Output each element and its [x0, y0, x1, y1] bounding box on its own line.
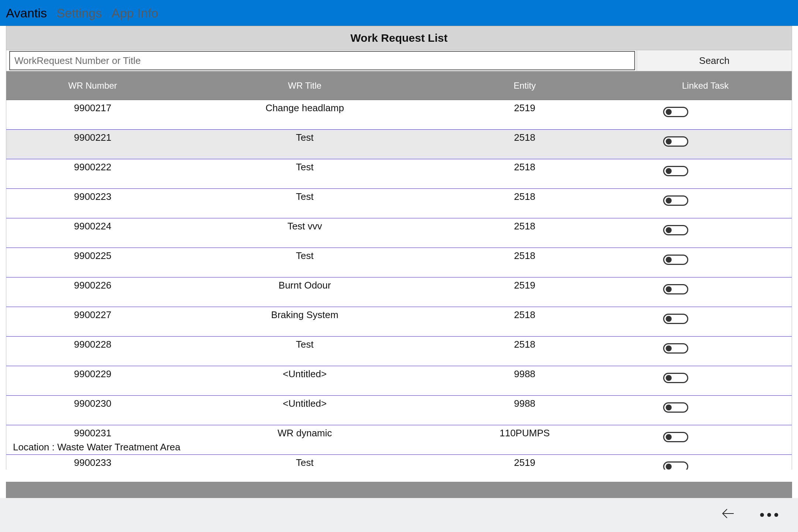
cell-entity: 9988	[430, 398, 619, 409]
cell-linked-task	[619, 250, 792, 265]
table-row[interactable]: 9900224Test vvv2518	[6, 218, 792, 248]
cell-linked-task	[619, 368, 792, 383]
cell-wr-title: Burnt Odour	[179, 280, 430, 291]
cell-wr-title: Test	[179, 191, 430, 202]
cell-wr-number: 9900225	[6, 250, 179, 262]
table-row[interactable]: 9900226Burnt Odour2519	[6, 277, 792, 307]
col-header-entity: Entity	[430, 81, 619, 91]
cell-entity: 2518	[430, 221, 619, 232]
cell-wr-number: 9900221	[6, 132, 179, 143]
col-header-wr-title: WR Title	[179, 81, 430, 91]
cell-wr-number: 9900231	[6, 427, 179, 439]
cell-wr-title: Test	[179, 250, 430, 262]
cell-linked-task	[619, 161, 792, 176]
cell-wr-number: 9900217	[6, 102, 179, 114]
linked-task-toggle[interactable]	[663, 225, 688, 235]
cell-wr-title: Test	[179, 132, 430, 143]
search-input[interactable]	[9, 51, 635, 70]
cell-entity: 110PUMPS	[430, 427, 619, 439]
table-row[interactable]: 9900227Braking System2518	[6, 307, 792, 337]
linked-task-toggle[interactable]	[663, 136, 688, 147]
table-row[interactable]: 9900230<Untitled>9988	[6, 396, 792, 425]
linked-task-toggle[interactable]	[663, 107, 688, 117]
row-subtext: Location : Waste Water Treatment Area	[13, 441, 180, 453]
cell-entity: 2519	[430, 280, 619, 291]
cell-linked-task	[619, 309, 792, 324]
cell-linked-task	[619, 102, 792, 117]
cell-entity: 2519	[430, 102, 619, 114]
cell-wr-title: <Untitled>	[179, 398, 430, 409]
cell-entity: 2518	[430, 309, 619, 321]
linked-task-toggle[interactable]	[663, 461, 688, 470]
linked-task-toggle[interactable]	[663, 284, 688, 294]
cell-wr-number: 9900223	[6, 191, 179, 202]
cell-linked-task	[619, 191, 792, 206]
cell-wr-number: 9900228	[6, 339, 179, 350]
cell-wr-number: 9900229	[6, 368, 179, 380]
linked-task-toggle[interactable]	[663, 255, 688, 265]
table-row[interactable]: 9900225Test2518	[6, 248, 792, 277]
cell-wr-title: Change headlamp	[179, 102, 430, 114]
table-row[interactable]: 9900221Test2518	[6, 130, 792, 159]
cell-wr-title: Test	[179, 339, 430, 350]
cell-wr-title: Test	[179, 457, 430, 468]
page-title: Work Request List	[6, 26, 792, 50]
cell-wr-number: 9900227	[6, 309, 179, 321]
search-button[interactable]: Search	[637, 50, 792, 71]
cell-linked-task	[619, 398, 792, 413]
linked-task-toggle[interactable]	[663, 195, 688, 206]
cell-wr-number: 9900226	[6, 280, 179, 291]
cell-wr-number: 9900224	[6, 221, 179, 232]
cell-entity: 2518	[430, 191, 619, 202]
cell-wr-title: Braking System	[179, 309, 430, 321]
col-header-wr-number: WR Number	[6, 81, 179, 91]
linked-task-toggle[interactable]	[663, 373, 688, 383]
linked-task-toggle[interactable]	[663, 343, 688, 354]
table-row[interactable]: 9900228Test2518	[6, 337, 792, 366]
cell-wr-number: 9900233	[6, 457, 179, 468]
cell-entity: 2519	[430, 457, 619, 468]
app-command-bar: •••	[0, 498, 798, 532]
menu-avantis[interactable]: Avantis	[6, 6, 47, 20]
menu-settings[interactable]: Settings	[57, 6, 102, 20]
cell-entity: 2518	[430, 161, 619, 173]
cell-wr-title: Test	[179, 161, 430, 173]
linked-task-toggle[interactable]	[663, 432, 688, 442]
cell-linked-task	[619, 457, 792, 470]
cell-entity: 2518	[430, 250, 619, 262]
linked-task-toggle[interactable]	[663, 166, 688, 176]
cell-linked-task	[619, 427, 792, 442]
back-button[interactable]	[718, 506, 739, 524]
back-arrow-icon	[721, 506, 736, 521]
cell-linked-task	[619, 280, 792, 294]
cell-wr-number: 9900222	[6, 161, 179, 173]
table-row[interactable]: 9900229<Untitled>9988	[6, 366, 792, 396]
cell-wr-title: <Untitled>	[179, 368, 430, 380]
linked-task-toggle[interactable]	[663, 402, 688, 413]
menu-app-info[interactable]: App Info	[112, 6, 158, 20]
linked-task-toggle[interactable]	[663, 314, 688, 324]
more-button[interactable]: •••	[760, 507, 780, 523]
table-header: WR Number WR Title Entity Linked Task	[6, 71, 792, 100]
table-rows-viewport[interactable]: 9900217Change headlamp25199900221Test251…	[6, 100, 792, 470]
search-bar: Search	[6, 50, 792, 71]
work-request-table: WR Number WR Title Entity Linked Task 99…	[6, 71, 792, 470]
cell-linked-task	[619, 221, 792, 235]
cell-wr-title: WR dynamic	[179, 427, 430, 439]
cell-entity: 9988	[430, 368, 619, 380]
cell-wr-number: 9900230	[6, 398, 179, 409]
cell-linked-task	[619, 339, 792, 354]
table-row[interactable]: 9900222Test2518	[6, 159, 792, 189]
cell-entity: 2518	[430, 132, 619, 143]
table-row[interactable]: 9900233Test2519	[6, 455, 792, 470]
cell-wr-title: Test vvv	[179, 221, 430, 232]
cell-entity: 2518	[430, 339, 619, 350]
table-row[interactable]: 9900223Test2518	[6, 189, 792, 218]
table-row[interactable]: 9900217Change headlamp2519	[6, 100, 792, 130]
more-ellipsis-icon: •••	[760, 507, 781, 523]
cell-linked-task	[619, 132, 792, 147]
col-header-linked-task: Linked Task	[619, 81, 792, 91]
table-footer-strip	[6, 482, 792, 498]
top-menu-bar: Avantis Settings App Info	[0, 0, 798, 26]
table-row[interactable]: 9900231WR dynamic110PUMPSLocation : Wast…	[6, 425, 792, 455]
